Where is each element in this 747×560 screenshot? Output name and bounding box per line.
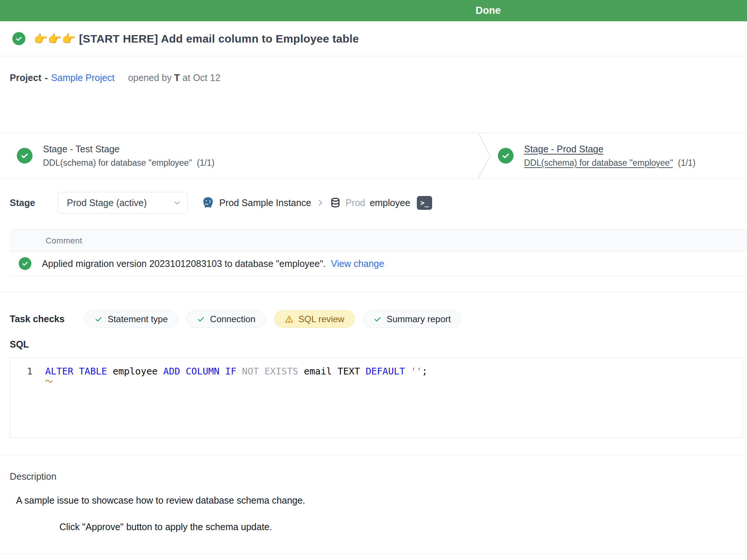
stage-task-counter: (1/1) — [197, 158, 214, 168]
database-icon — [330, 197, 341, 208]
stage-select-value: Prod Stage (active) — [67, 197, 173, 208]
task-check-label: Connection — [210, 314, 255, 324]
task-checks-label: Task checks — [10, 314, 65, 324]
comment-column-header: Comment — [46, 236, 82, 246]
sql-statement: ALTER TABLE employee ADD COLUMN IF NOT E… — [45, 365, 428, 377]
task-check-label: Summary report — [387, 314, 451, 324]
project-link[interactable]: Sample Project — [51, 72, 115, 83]
instance-link[interactable]: Prod Sample Instance — [219, 197, 311, 208]
comment-success-check-icon — [19, 257, 31, 270]
task-check-pills: Statement type Connection SQL review Sum… — [84, 310, 461, 328]
stage-selector-row: Stage Prod Stage (active) Prod Sample In… — [10, 191, 747, 214]
task-check-label: SQL review — [298, 314, 344, 324]
comment-row: Applied migration version 20231012083103… — [10, 252, 747, 276]
stage-task-name: DDL(schema) for database "employee" — [43, 158, 192, 168]
task-check-connection[interactable]: Connection — [186, 310, 266, 328]
stage-subtitle: DDL(schema) for database "employee" (1/1… — [524, 158, 695, 168]
check-icon — [374, 315, 382, 323]
section-divider — [0, 292, 747, 293]
issue-title: 👉👉👉 [START HERE] Add email column to Emp… — [34, 32, 359, 45]
stage-prod-stage[interactable]: Stage - Prod Stage DDL(schema) for datab… — [498, 133, 695, 178]
view-change-link[interactable]: View change — [331, 258, 384, 269]
stage-test-stage[interactable]: Stage - Test Stage DDL(schema) for datab… — [17, 133, 214, 178]
section-divider — [0, 553, 747, 554]
chevron-right-icon — [316, 198, 325, 208]
task-check-summary-report[interactable]: Summary report — [363, 310, 461, 328]
sql-warning-squiggle-icon — [45, 378, 53, 383]
issue-done-check-icon — [12, 32, 25, 45]
task-checks-row: Task checks Statement type Connection SQ… — [10, 310, 461, 328]
sql-section-label: SQL — [10, 339, 29, 350]
description-text-line1: A sample issue to showcase how to review… — [16, 495, 305, 506]
check-icon — [94, 315, 103, 323]
sql-editor-viewer: 1 ALTER TABLE employee ADD COLUMN IF NOT… — [10, 358, 743, 438]
comment-table: Comment Applied migration version 202310… — [10, 230, 747, 276]
warning-triangle-icon — [285, 315, 294, 324]
stage-select[interactable]: Prod Stage (active) — [58, 192, 188, 214]
target-breadcrumb: Prod Sample Instance Prod employee >_ — [201, 196, 432, 210]
issue-detail-page: Done 👉👉👉 [START HERE] Add email column t… — [0, 0, 747, 560]
stage-separator-chevron-icon — [477, 133, 492, 178]
sql-editor-icon[interactable]: >_ — [417, 196, 432, 210]
stage-pipeline: Stage - Test Stage DDL(schema) for datab… — [0, 133, 747, 179]
issue-title-row: 👉👉👉 [START HERE] Add email column to Emp… — [0, 21, 747, 56]
stage-title-link[interactable]: Stage - Prod Stage — [524, 144, 695, 155]
chevron-down-icon — [173, 198, 182, 207]
stage-done-check-icon — [17, 148, 32, 164]
stage-title: Stage - Test Stage — [43, 144, 214, 155]
environment-label: Prod — [345, 197, 365, 208]
opened-time: at Oct 12 — [183, 72, 220, 83]
database-link[interactable]: employee — [370, 197, 410, 208]
project-label: Project — [10, 72, 41, 83]
postgresql-icon — [201, 196, 215, 209]
task-check-label: Statement type — [108, 314, 168, 324]
project-row: Project - Sample Project opened by T at … — [10, 69, 220, 86]
section-divider — [0, 455, 747, 455]
status-banner: Done — [0, 0, 747, 21]
stage-subtitle: DDL(schema) for database "employee" (1/1… — [43, 158, 214, 168]
project-separator: - — [45, 72, 48, 83]
comment-message: Applied migration version 20231012083103… — [42, 258, 326, 269]
opened-by-user: T — [174, 72, 180, 83]
status-banner-label: Done — [468, 0, 509, 21]
check-icon — [197, 315, 205, 323]
opened-by-text: opened by T at Oct 12 — [128, 72, 220, 83]
opened-by-prefix: opened by — [128, 72, 172, 83]
stage-task-link[interactable]: DDL(schema) for database "employee" — [524, 158, 673, 168]
stage-done-check-icon — [498, 148, 514, 164]
stage-selector-label: Stage — [10, 197, 35, 208]
description-label: Description — [10, 471, 56, 482]
sql-code-line: 1 ALTER TABLE employee ADD COLUMN IF NOT… — [10, 365, 742, 377]
line-number: 1 — [10, 365, 45, 377]
stage-task-counter: (1/1) — [678, 158, 695, 168]
comment-table-header: Comment — [10, 230, 747, 252]
task-check-sql-review[interactable]: SQL review — [274, 310, 355, 328]
description-text-line2: Click "Approve" button to apply the sche… — [59, 522, 272, 532]
task-check-statement-type[interactable]: Statement type — [84, 310, 178, 328]
